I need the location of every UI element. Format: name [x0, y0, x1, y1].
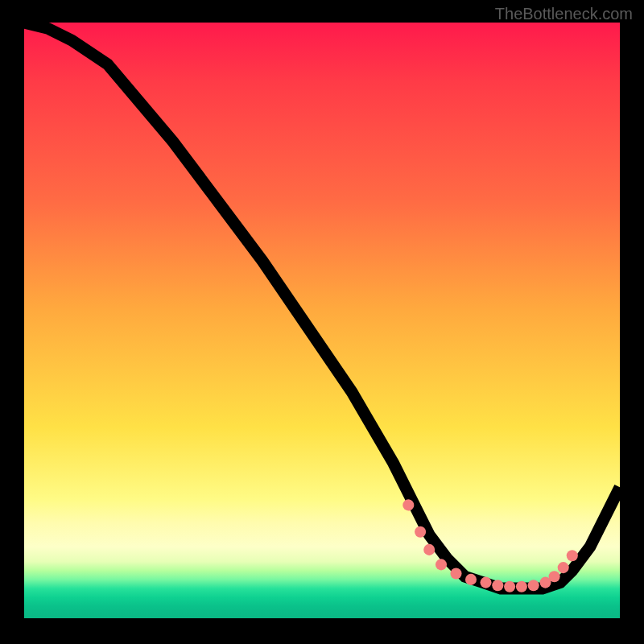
chart-dot [516, 581, 527, 592]
chart-dot [567, 550, 578, 561]
chart-dot [415, 526, 426, 538]
chart-dot [528, 580, 539, 591]
chart-dot [450, 568, 461, 579]
chart-dot [549, 571, 560, 582]
chart-plot-area [24, 23, 620, 618]
chart-dots [402, 499, 578, 592]
chart-dot [423, 544, 435, 555]
watermark-text: TheBottleneck.com [495, 5, 633, 23]
chart-dot [436, 559, 447, 570]
chart-svg [24, 23, 620, 618]
chart-dot [558, 562, 569, 573]
chart-dot [480, 577, 491, 588]
chart-dot [465, 574, 477, 585]
chart-dot [492, 580, 503, 591]
chart-line [24, 23, 620, 588]
chart-dot [402, 499, 414, 510]
chart-dot [504, 581, 515, 592]
